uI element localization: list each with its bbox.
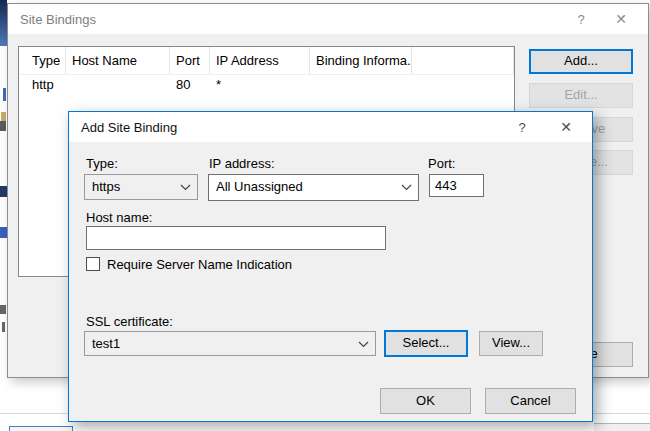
add-site-binding-dialog: Add Site Binding ? ✕ Type: IP address: P… [68,111,593,422]
background-fragment [0,121,6,131]
background-fragment [0,186,7,197]
type-select[interactable]: https [84,174,198,200]
background-fragment [3,88,6,101]
add-site-binding-titlebar[interactable]: Add Site Binding ? ✕ [69,112,592,142]
port-label: Port: [428,156,455,171]
row-cell-type: http [19,75,66,97]
host-name-label: Host name: [86,210,152,225]
background-fragment [0,227,7,238]
chevron-down-icon [358,341,369,348]
help-icon[interactable]: ? [513,119,531,136]
type-select-value: https [92,175,175,199]
row-cell-binding-info [310,75,412,97]
ssl-certificate-select-value: test1 [92,332,353,356]
close-icon[interactable]: ✕ [612,11,630,28]
screen: Site Bindings ? ✕ Type Host Name Port IP… [0,0,650,431]
row-cell-ip-address: * [210,75,310,97]
type-label: Type: [86,156,118,171]
port-input[interactable] [429,174,484,197]
column-header-port[interactable]: Port [170,47,210,74]
ip-address-label: IP address: [209,156,275,171]
ok-button[interactable]: OK [380,388,471,414]
site-bindings-titlebar[interactable]: Site Bindings ? ✕ [8,4,648,34]
select-button[interactable]: Select... [384,330,468,357]
chevron-down-icon [180,184,191,191]
chevron-down-icon [401,184,412,191]
background-panel-edge [594,423,650,431]
column-header-host-name[interactable]: Host Name [66,47,170,74]
close-icon[interactable]: ✕ [557,119,575,136]
cancel-button[interactable]: Cancel [485,388,576,414]
row-cell-host-name [66,75,170,97]
ip-address-select[interactable]: All Unassigned [208,174,419,201]
view-button[interactable]: View... [479,331,543,356]
require-sni-label: Require Server Name Indication [107,257,292,272]
site-bindings-title: Site Bindings [20,12,96,27]
row-cell-filler [412,75,514,97]
column-header-ip-address[interactable]: IP Address [210,47,310,74]
background-focused-element [9,426,73,431]
background-fragment [0,305,6,314]
background-fragment [0,0,7,46]
host-name-input[interactable] [86,226,386,250]
help-icon[interactable]: ? [572,11,590,28]
background-fragment [1,112,6,121]
row-cell-port: 80 [170,75,210,97]
add-site-binding-title: Add Site Binding [81,120,177,135]
add-button[interactable]: Add... [529,49,633,74]
ip-address-select-value: All Unassigned [216,175,396,199]
background-fragment [2,322,5,332]
column-header-binding-info[interactable]: Binding Informa... [310,47,412,74]
ssl-certificate-label: SSL certificate: [86,314,173,329]
column-header-type[interactable]: Type [19,47,66,74]
ssl-certificate-select[interactable]: test1 [84,331,376,356]
require-sni-checkbox[interactable] [86,257,100,271]
table-row[interactable]: http 80 * [19,75,514,97]
edit-button: Edit... [529,83,633,108]
column-header-filler [412,47,514,74]
bindings-list-header: Type Host Name Port IP Address Binding I… [19,47,514,75]
